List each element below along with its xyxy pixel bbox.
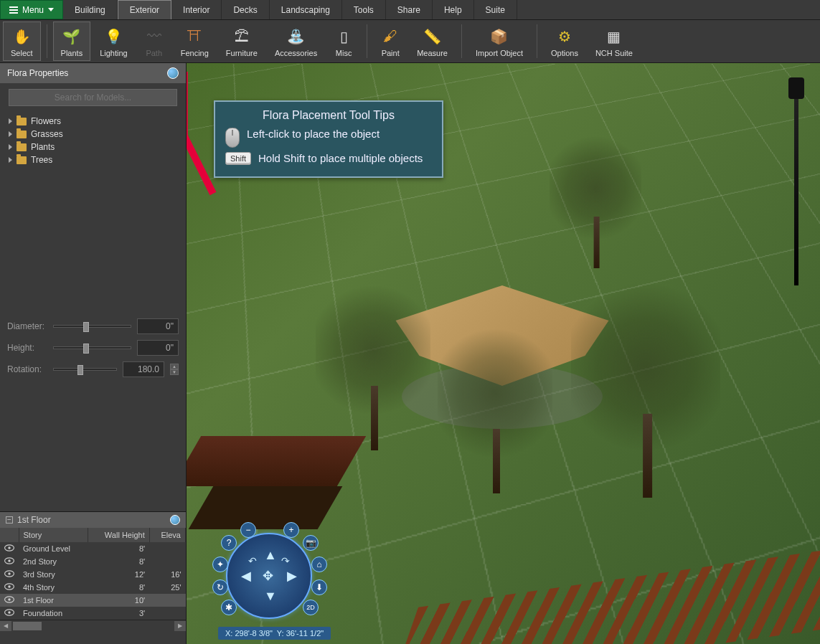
nav-down-button[interactable]: ⬇ bbox=[311, 579, 327, 595]
diameter-label: Diameter: bbox=[7, 321, 47, 331]
mouse-icon bbox=[225, 128, 240, 148]
scroll-thumb[interactable] bbox=[13, 622, 42, 630]
fountain-icon: ⛲ bbox=[287, 26, 305, 47]
rotation-stepper[interactable]: ▲▼ bbox=[170, 364, 179, 375]
table-row[interactable]: 1st Floor10' bbox=[0, 594, 186, 607]
nav-target-button[interactable]: ✦ bbox=[212, 557, 228, 572]
height-label: Height: bbox=[7, 343, 47, 353]
svg-point-3 bbox=[8, 559, 11, 562]
tool-accessories[interactable]: ⛲ Accessories bbox=[267, 22, 325, 61]
camera-button[interactable]: 📷 bbox=[303, 535, 319, 551]
rotation-value[interactable]: 180.0 bbox=[123, 361, 164, 377]
svg-point-1 bbox=[8, 546, 11, 549]
tree-item-trees[interactable]: Trees bbox=[6, 153, 180, 166]
arrow-down-icon[interactable]: ▼ bbox=[264, 589, 277, 604]
flora-panel-header: Flora Properties bbox=[0, 63, 186, 83]
table-row[interactable]: 4th Story8'25' bbox=[0, 581, 186, 594]
slider-panel: Diameter: 0" Height: 0" Rotation: 180.0 … bbox=[0, 313, 186, 389]
toolbar: ✋ Select 🌱 Plants 💡 Lighting 〰 Path ⛩ Fe… bbox=[0, 20, 820, 63]
folder-icon bbox=[17, 156, 27, 164]
table-row[interactable]: Ground Level8' bbox=[0, 542, 186, 555]
collapse-icon[interactable]: − bbox=[6, 516, 13, 524]
coordinates-readout: X: 298'-8 3/8" Y: 36'-11 1/2" bbox=[218, 627, 331, 640]
folder-icon bbox=[17, 143, 27, 151]
tab-tools[interactable]: Tools bbox=[342, 0, 386, 19]
floor-title: 1st Floor bbox=[17, 515, 51, 525]
chevron-right-icon bbox=[9, 118, 12, 124]
zoom-out-button[interactable]: − bbox=[240, 522, 256, 538]
pan-icon[interactable]: ✥ bbox=[263, 568, 273, 584]
diameter-slider[interactable] bbox=[53, 325, 131, 328]
tool-furniture[interactable]: ⛱ Furniture bbox=[218, 22, 265, 61]
table-row[interactable]: Foundation3' bbox=[0, 607, 186, 620]
rotate-left-icon[interactable]: ↶ bbox=[248, 555, 257, 567]
floor-panel-header[interactable]: − 1st Floor bbox=[0, 512, 186, 528]
menu-button[interactable]: Menu bbox=[0, 0, 63, 19]
import-icon: 📦 bbox=[490, 26, 508, 47]
tab-share[interactable]: Share bbox=[386, 0, 433, 19]
tree-item-plants[interactable]: Plants bbox=[6, 141, 180, 153]
scroll-right-icon[interactable]: ▶ bbox=[174, 621, 186, 631]
tab-suite[interactable]: Suite bbox=[474, 0, 517, 19]
rotation-slider[interactable] bbox=[53, 368, 117, 371]
col-wall[interactable]: Wall Height bbox=[88, 528, 149, 542]
tool-options[interactable]: ⚙ Options bbox=[543, 22, 586, 61]
help-button[interactable]: ? bbox=[221, 535, 237, 551]
viewport-3d[interactable]: Flora Placement Tool Tips Left-click to … bbox=[187, 63, 820, 644]
tab-interior[interactable]: Interior bbox=[171, 0, 222, 19]
tree-item-flowers[interactable]: Flowers bbox=[6, 115, 180, 128]
arrow-left-icon[interactable]: ◀ bbox=[241, 568, 251, 584]
brush-icon: 🖌 bbox=[383, 26, 397, 47]
diameter-value[interactable]: 0" bbox=[137, 318, 179, 334]
tool-measure[interactable]: 📏 Measure bbox=[409, 22, 456, 61]
svg-point-7 bbox=[8, 585, 11, 588]
tool-nch-suite[interactable]: ▦ NCH Suite bbox=[588, 22, 641, 61]
tab-landscaping[interactable]: Landscaping bbox=[270, 0, 342, 19]
chevron-right-icon bbox=[9, 131, 12, 137]
nav-settings-button[interactable]: ✱ bbox=[221, 600, 237, 615]
nav-arrows: ▲ ▼ ◀ ▶ ✥ ↶ ↷ bbox=[245, 552, 293, 600]
fence-icon: ⛩ bbox=[187, 26, 202, 47]
svg-point-5 bbox=[8, 572, 11, 575]
col-story[interactable]: Story bbox=[19, 528, 88, 542]
height-value[interactable]: 0" bbox=[137, 340, 179, 356]
sprout-icon: 🌱 bbox=[62, 26, 80, 47]
view-2d-button[interactable]: 2D bbox=[303, 600, 319, 615]
tool-misc[interactable]: ▯ Misc bbox=[326, 22, 361, 61]
pillar-icon: ▯ bbox=[340, 26, 348, 47]
scene-tree bbox=[571, 274, 720, 498]
arrow-right-icon[interactable]: ▶ bbox=[287, 568, 297, 584]
tool-import-object[interactable]: 📦 Import Object bbox=[468, 22, 531, 61]
nav-orbit-button[interactable]: ↻ bbox=[212, 579, 228, 595]
nav-home-button[interactable]: ⌂ bbox=[311, 557, 327, 572]
hamburger-icon bbox=[9, 6, 18, 14]
tool-plants[interactable]: 🌱 Plants bbox=[53, 22, 91, 61]
globe-icon[interactable] bbox=[167, 67, 179, 79]
search-input[interactable] bbox=[9, 89, 177, 106]
scroll-left-icon[interactable]: ◀ bbox=[0, 621, 11, 631]
horizontal-scrollbar[interactable]: ◀ ▶ bbox=[0, 620, 186, 631]
rotate-right-icon[interactable]: ↷ bbox=[281, 555, 290, 567]
tool-paint[interactable]: 🖌 Paint bbox=[373, 22, 407, 61]
folder-icon bbox=[17, 131, 27, 138]
tool-lighting[interactable]: 💡 Lighting bbox=[92, 22, 136, 61]
tab-exterior[interactable]: Exterior bbox=[118, 0, 171, 19]
tool-path[interactable]: 〰 Path bbox=[137, 22, 171, 61]
chevron-right-icon bbox=[9, 144, 12, 150]
ruler-icon: 📏 bbox=[423, 26, 441, 47]
globe-icon[interactable] bbox=[170, 515, 180, 525]
tab-decks[interactable]: Decks bbox=[222, 0, 269, 19]
table-row[interactable]: 3rd Story12'16' bbox=[0, 568, 186, 581]
model-tree: Flowers Grasses Plants Trees bbox=[0, 112, 186, 169]
tab-building[interactable]: Building bbox=[63, 0, 118, 19]
tool-fencing[interactable]: ⛩ Fencing bbox=[173, 22, 217, 61]
col-elev[interactable]: Eleva bbox=[149, 528, 185, 542]
height-slider[interactable] bbox=[53, 346, 131, 349]
tree-item-grasses[interactable]: Grasses bbox=[6, 128, 180, 141]
tool-select[interactable]: ✋ Select bbox=[3, 22, 41, 61]
arrow-up-icon[interactable]: ▲ bbox=[264, 548, 277, 563]
zoom-in-button[interactable]: + bbox=[283, 522, 299, 538]
tab-help[interactable]: Help bbox=[433, 0, 474, 19]
flora-tooltip: Flora Placement Tool Tips Left-click to … bbox=[214, 100, 443, 178]
table-row[interactable]: 2nd Story8' bbox=[0, 555, 186, 568]
